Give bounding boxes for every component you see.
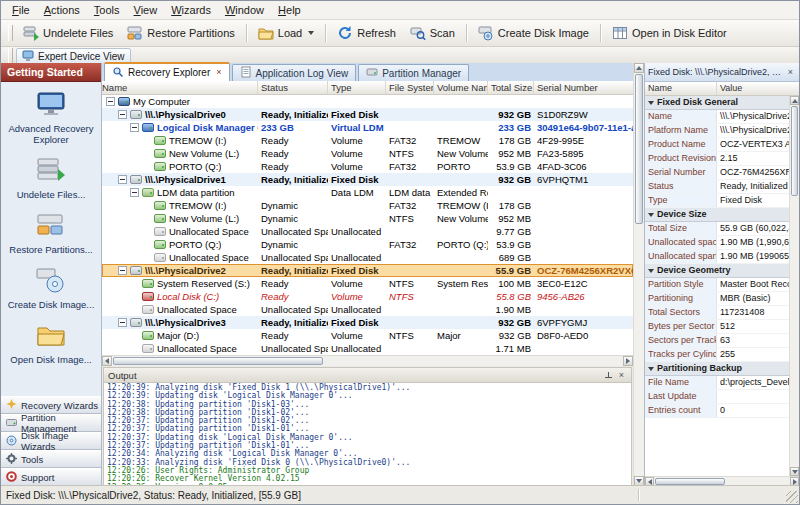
property-row[interactable]: TypeFixed Disk bbox=[645, 194, 789, 208]
scrollbar-thumb[interactable] bbox=[635, 74, 643, 224]
tree-row[interactable]: \\\.\PhysicalDrive0Ready, InitializedFix… bbox=[102, 108, 633, 121]
open-in-disk-editor-button[interactable]: Open in Disk Editor bbox=[605, 22, 734, 44]
output-log[interactable]: 12:20:39: Analyzing disk 'Fixed Disk 1 (… bbox=[103, 383, 632, 486]
expander-icon[interactable] bbox=[130, 188, 139, 197]
tree-row[interactable]: \\\.\PhysicalDrive3Ready, InitializedFix… bbox=[102, 316, 633, 329]
tree-row[interactable]: Unallocated SpaceUnallocated SpaceUnallo… bbox=[102, 251, 633, 264]
tree-row[interactable]: \\\.\PhysicalDrive2Ready, InitializedFix… bbox=[102, 264, 633, 277]
sidebar-item-open-disk-image[interactable]: Open Disk Image... bbox=[1, 317, 101, 372]
restore-partitions-button[interactable]: Restore Partitions bbox=[120, 22, 241, 44]
tab-application-log-view[interactable]: Application Log View bbox=[232, 64, 357, 81]
property-group-header[interactable]: Device Size bbox=[645, 208, 789, 222]
property-row[interactable]: Total Sectors117231408 bbox=[645, 306, 789, 320]
tree-row[interactable]: Unallocated SpaceUnallocated SpaceUnallo… bbox=[102, 342, 633, 355]
scroll-up-icon[interactable] bbox=[634, 63, 644, 73]
property-row[interactable]: Unallocated space1.90 MB (1,990,656 byte… bbox=[645, 236, 789, 250]
expander-icon[interactable] bbox=[118, 266, 127, 275]
scrollbar-thumb[interactable] bbox=[113, 357, 323, 365]
refresh-button[interactable]: Refresh bbox=[330, 22, 403, 44]
expander-icon[interactable] bbox=[118, 318, 127, 327]
getting-started-header[interactable]: Getting Started bbox=[1, 63, 101, 82]
tree-row[interactable]: Unallocated SpaceUnallocated SpaceUnallo… bbox=[102, 225, 633, 238]
sidebar-panel-disk-image-wizards[interactable]: Disk Image Wizards bbox=[1, 432, 101, 450]
property-group-header[interactable]: Fixed Disk General bbox=[645, 96, 789, 110]
close-icon[interactable] bbox=[616, 370, 627, 381]
menu-actions[interactable]: Actions bbox=[37, 3, 87, 17]
scrollbar-thumb[interactable] bbox=[791, 106, 798, 196]
expander-icon[interactable] bbox=[118, 110, 127, 119]
tree-row[interactable]: Major (D:)ReadyVolumeNTFSMajor932 GBD8F0… bbox=[102, 329, 633, 342]
expander-icon[interactable] bbox=[106, 97, 115, 106]
tree-row[interactable]: System Reserved (S:)ReadyVolumeNTFSSyste… bbox=[102, 277, 633, 290]
property-row[interactable]: Tracks per Cylinder255 bbox=[645, 348, 789, 362]
tree-row[interactable]: Logical Disk Manager 0233 GBVirtual LDM2… bbox=[102, 121, 633, 134]
column-header-type[interactable]: Type bbox=[328, 81, 386, 94]
property-row[interactable]: Last Update bbox=[645, 390, 789, 404]
property-row[interactable]: Name\\\.\PhysicalDrive2 bbox=[645, 110, 789, 124]
expander-icon[interactable] bbox=[130, 123, 139, 132]
property-row[interactable]: Entries count0 bbox=[645, 404, 789, 418]
tree-row[interactable]: \\\.\PhysicalDrive1Ready, InitializedFix… bbox=[102, 173, 633, 186]
sidebar-item-create-disk-image[interactable]: Create Disk Image... bbox=[1, 262, 101, 317]
property-row[interactable]: Sectors per Track63 bbox=[645, 334, 789, 348]
scroll-down-icon[interactable] bbox=[790, 467, 799, 476]
property-row[interactable]: Product Revision2.15 bbox=[645, 152, 789, 166]
scan-button[interactable]: Scan bbox=[403, 22, 462, 44]
tree-row[interactable]: New Volume (L:)ReadyVolumeNTFSNew Volume… bbox=[102, 147, 633, 160]
column-header-volume-name[interactable]: Volume Name bbox=[434, 81, 488, 94]
tree-row[interactable]: TREMOW (I:)DynamicFAT32TREMOW (I:)178 GB bbox=[102, 199, 633, 212]
tree-row[interactable]: TREMOW (I:)ReadyVolumeFAT32TREMOW178 GB4… bbox=[102, 134, 633, 147]
column-header-name[interactable]: Name bbox=[102, 81, 258, 94]
sidebar-panel-tools[interactable]: Tools bbox=[1, 450, 101, 468]
column-header-serial-number[interactable]: Serial Number bbox=[534, 81, 633, 94]
property-group-header[interactable]: Device Geometry bbox=[645, 264, 789, 278]
tree-row[interactable]: Local Disk (C:)ReadyVolumeNTFS55.8 GB945… bbox=[102, 290, 633, 303]
resize-grip[interactable] bbox=[786, 491, 798, 503]
sidebar-panel-support[interactable]: Support bbox=[1, 468, 101, 486]
property-row[interactable]: Platform Name\\\.\PhysicalDrive2 bbox=[645, 124, 789, 138]
column-header-name[interactable]: Name bbox=[645, 82, 717, 95]
tab-close-icon[interactable] bbox=[216, 68, 221, 77]
menu-help[interactable]: Help bbox=[271, 3, 308, 17]
tree-row[interactable]: PORTO (Q:)ReadyVolumeFAT32PORTO53.9 GB4F… bbox=[102, 160, 633, 173]
load-button[interactable]: Load bbox=[251, 22, 321, 44]
column-header-file-system[interactable]: File System bbox=[386, 81, 434, 94]
scroll-left-icon[interactable] bbox=[102, 356, 112, 366]
horizontal-scrollbar[interactable] bbox=[102, 355, 633, 366]
menu-file[interactable]: File bbox=[5, 3, 37, 17]
properties-vertical-scrollbar[interactable] bbox=[789, 96, 799, 476]
property-group-header[interactable]: Partitioning Backup bbox=[645, 362, 789, 376]
tree-row[interactable]: New Volume (L:)DynamicNTFSNew Volume (L:… bbox=[102, 212, 633, 225]
menu-wizards[interactable]: Wizards bbox=[164, 3, 218, 17]
tree-row[interactable]: My Computer bbox=[102, 95, 633, 108]
expander-icon[interactable] bbox=[118, 175, 127, 184]
property-row[interactable]: Total Size55.9 GB (60,022,480,896 bytes) bbox=[645, 222, 789, 236]
property-row[interactable]: Partition StyleMaster Boot Record bbox=[645, 278, 789, 292]
column-header-status[interactable]: Status bbox=[258, 81, 328, 94]
vertical-scrollbar[interactable] bbox=[633, 63, 644, 486]
sidebar-item-advanced-recovery-explorer[interactable]: Advanced Recovery Explorer bbox=[1, 86, 101, 152]
scrollbar-thumb[interactable] bbox=[655, 478, 725, 485]
tab-partition-manager[interactable]: Partition Manager bbox=[358, 64, 469, 81]
scroll-up-icon[interactable] bbox=[790, 96, 799, 105]
property-row[interactable]: Product NameOCZ-VERTEX3 ATA Device bbox=[645, 138, 789, 152]
undelete-files-button[interactable]: Undelete Files bbox=[16, 22, 120, 44]
tree-row[interactable]: Unallocated SpaceUnallocated SpaceUnallo… bbox=[102, 303, 633, 316]
menu-tools[interactable]: Tools bbox=[87, 3, 127, 17]
scroll-right-icon[interactable] bbox=[623, 356, 633, 366]
property-row[interactable]: StatusReady, Initialized bbox=[645, 180, 789, 194]
tree-row[interactable]: LDM data partitionData LDMLDM dataExtend… bbox=[102, 186, 633, 199]
menu-view[interactable]: View bbox=[127, 3, 165, 17]
tab-recovery-explorer[interactable]: Recovery Explorer bbox=[104, 62, 230, 81]
column-header-total-size[interactable]: Total Size bbox=[488, 81, 534, 94]
property-row[interactable]: Unallocated span1.90 MB (1990656) bbox=[645, 250, 789, 264]
create-disk-image-button[interactable]: Create Disk Image bbox=[471, 22, 596, 44]
menu-window[interactable]: Window bbox=[218, 3, 271, 17]
sidebar-item-undelete-files[interactable]: Undelete Files... bbox=[1, 152, 101, 207]
tree-row[interactable]: PORTO (Q:)DynamicFAT32PORTO (Q:)53.9 GB bbox=[102, 238, 633, 251]
sidebar-item-restore-partitions[interactable]: Restore Partitions... bbox=[1, 207, 101, 262]
pin-icon[interactable] bbox=[603, 370, 614, 381]
close-icon[interactable] bbox=[785, 67, 796, 78]
property-row[interactable]: PartitioningMBR (Basic) bbox=[645, 292, 789, 306]
property-row[interactable]: Bytes per Sector512 bbox=[645, 320, 789, 334]
